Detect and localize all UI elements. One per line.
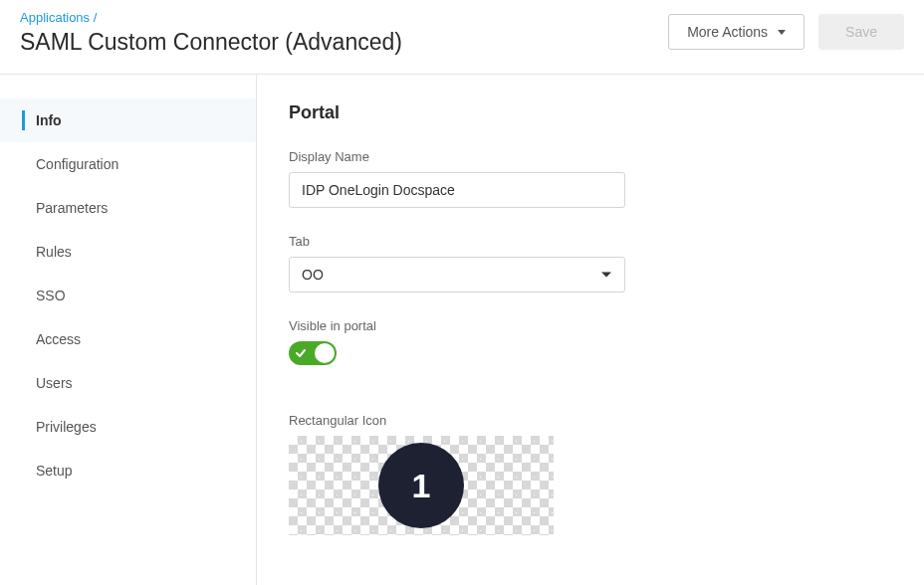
breadcrumb-separator: / (94, 10, 98, 25)
sidebar-item-configuration[interactable]: Configuration (0, 142, 256, 186)
sidebar-item-info[interactable]: Info (0, 98, 256, 142)
sidebar-item-label: Users (36, 375, 73, 391)
breadcrumb: Applications / (20, 10, 402, 25)
sidebar: Info Configuration Parameters Rules SSO … (0, 75, 257, 585)
breadcrumb-parent-link[interactable]: Applications (20, 10, 90, 25)
sidebar-item-users[interactable]: Users (0, 361, 256, 405)
visible-label: Visible in portal (289, 318, 892, 333)
toggle-knob (315, 343, 335, 363)
sidebar-item-label: Privileges (36, 419, 97, 435)
sidebar-item-privileges[interactable]: Privileges (0, 405, 256, 449)
save-button[interactable]: Save (818, 14, 904, 50)
sidebar-item-label: Info (36, 112, 62, 128)
display-name-input[interactable] (289, 172, 625, 208)
app-logo-icon: 1 (378, 443, 464, 528)
sidebar-item-label: Setup (36, 463, 73, 479)
sidebar-item-access[interactable]: Access (0, 317, 256, 361)
sidebar-item-rules[interactable]: Rules (0, 230, 256, 274)
sidebar-item-sso[interactable]: SSO (0, 274, 256, 317)
more-actions-label: More Actions (687, 24, 768, 40)
main-content: Portal Display Name Tab OO Visible in po… (257, 75, 924, 585)
more-actions-button[interactable]: More Actions (668, 14, 805, 50)
check-icon (295, 347, 307, 359)
rectangular-icon-preview[interactable]: 1 (289, 436, 554, 535)
tab-select[interactable]: OO (289, 257, 625, 292)
form-group-display-name: Display Name (289, 149, 892, 208)
sidebar-item-parameters[interactable]: Parameters (0, 186, 256, 230)
form-group-tab: Tab OO (289, 234, 892, 292)
sidebar-item-label: Rules (36, 244, 72, 260)
tab-select-wrap: OO (289, 257, 625, 292)
sidebar-item-label: Parameters (36, 200, 108, 216)
app-logo-glyph: 1 (412, 469, 431, 502)
visible-toggle[interactable] (289, 341, 337, 365)
tab-label: Tab (289, 234, 892, 249)
form-group-visible: Visible in portal (289, 318, 892, 365)
rectangular-icon-label: Rectangular Icon (289, 413, 892, 428)
header-actions: More Actions Save (668, 14, 904, 50)
form-group-rectangular-icon: Rectangular Icon 1 (289, 413, 892, 535)
header-left: Applications / SAML Custom Connector (Ad… (20, 10, 402, 56)
sidebar-item-label: SSO (36, 288, 66, 303)
sidebar-item-label: Access (36, 331, 81, 347)
page-header: Applications / SAML Custom Connector (Ad… (0, 0, 924, 74)
body-area: Info Configuration Parameters Rules SSO … (0, 74, 924, 585)
sidebar-item-label: Configuration (36, 156, 118, 172)
display-name-label: Display Name (289, 149, 892, 164)
section-title-portal: Portal (289, 102, 892, 123)
sidebar-item-setup[interactable]: Setup (0, 449, 256, 492)
page-title: SAML Custom Connector (Advanced) (20, 29, 402, 56)
caret-down-icon (778, 30, 786, 35)
